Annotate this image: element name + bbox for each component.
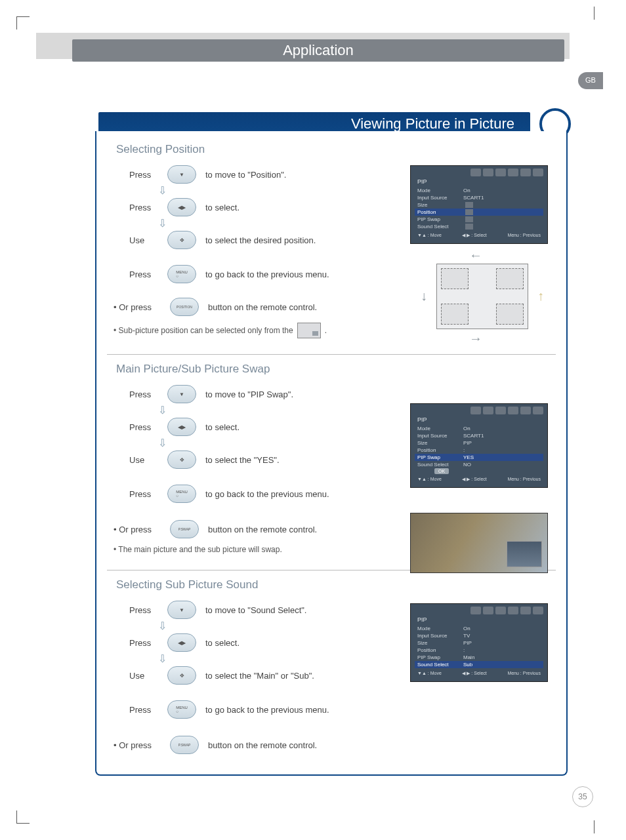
remote-nav-leftright-icon: ◀▶ — [167, 418, 196, 436]
osd-screenshot: PIP ModeOn Input SourceSCART1 SizePIP Po… — [410, 403, 548, 488]
osd-key: Sound Select — [417, 462, 463, 468]
remote-menu-button-icon: MENU○ — [167, 265, 196, 283]
page-number: 35 — [572, 786, 593, 807]
osd-key: Size — [417, 440, 463, 446]
step-text: button on the remote control. — [208, 302, 317, 312]
step-text: to move to "PIP Swap". — [205, 390, 293, 399]
osd-key: Input Source — [417, 195, 463, 201]
osd-footer-hint: ◀ ▶ : Select — [462, 477, 486, 482]
step-text: to select. — [205, 638, 240, 648]
osd-key: Position — [417, 447, 463, 453]
osd-footer-hint: Menu : Previous — [507, 671, 541, 676]
step-verb: Press — [129, 489, 167, 499]
osd-footer-hint: ▼▲ : Move — [417, 233, 442, 238]
step-text: button on the remote control. — [208, 740, 317, 750]
step-text: to go back to the previous menu. — [205, 489, 329, 499]
step-verb: Press — [129, 170, 167, 180]
page-header: Application — [72, 39, 564, 62]
osd-footer-hint: ◀ ▶ : Select — [462, 671, 486, 676]
osd-val: TV — [463, 633, 470, 639]
osd-key: Mode — [417, 188, 463, 193]
osd-footer-hint: ◀ ▶ : Select — [462, 233, 486, 238]
content-container: Selecting Position PIP ModeOn Input Sour… — [95, 131, 568, 776]
osd-footer-hint: Menu : Previous — [507, 233, 541, 238]
step-verb: Use — [129, 455, 167, 465]
osd-val: On — [463, 626, 470, 631]
remote-nav-quad-icon: ✥ — [167, 231, 196, 249]
remote-nav-down-icon: ▼ — [167, 385, 196, 403]
osd-key: Input Source — [417, 633, 463, 639]
or-press-label: • Or press — [114, 740, 170, 750]
osd-val: : — [463, 447, 465, 453]
step-text: to select. — [205, 422, 240, 432]
or-press-label: • Or press — [114, 525, 170, 534]
arrow-down-icon: ↓ — [421, 289, 427, 304]
step-verb: Press — [129, 390, 167, 399]
remote-pswap-button-icon: P.SWAP — [170, 520, 199, 538]
osd-val: SCART1 — [463, 433, 484, 439]
osd-val: NO — [463, 462, 471, 468]
osd-ok-button: OK — [434, 468, 449, 474]
step-text: to go back to the previous menu. — [205, 705, 329, 715]
section-heading: Selecting Sub Picture Sound — [116, 578, 553, 591]
note-text: . — [325, 326, 327, 335]
remote-menu-button-icon: MENU○ — [167, 485, 196, 503]
step-text: to select the "Main" or "Sub". — [205, 671, 314, 681]
or-press-label: • Or press — [114, 302, 170, 312]
step-verb: Use — [129, 235, 167, 245]
arrow-left-icon: ← — [469, 248, 482, 263]
step-text: to move to "Position". — [205, 170, 286, 180]
remote-nav-down-icon: ▼ — [167, 601, 196, 619]
remote-nav-leftright-icon: ◀▶ — [167, 198, 196, 216]
osd-val: Sub — [463, 662, 472, 668]
osd-val: On — [463, 188, 470, 193]
note-text: • Sub-picture position can be selected o… — [114, 326, 293, 335]
step-verb: Press — [129, 705, 167, 715]
step-text: to select the desired position. — [205, 235, 316, 245]
remote-nav-quad-icon: ✥ — [167, 450, 196, 469]
section-heading: Main Picture/Sub Picture Swap — [116, 363, 553, 376]
osd-title: PIP — [415, 416, 543, 423]
remote-position-button-icon: POSITION — [170, 298, 199, 316]
remote-nav-down-icon: ▼ — [167, 165, 196, 184]
osd-footer-hint: ▼▲ : Move — [417, 671, 442, 676]
osd-title: PIP — [415, 178, 543, 185]
osd-key: Mode — [417, 626, 463, 631]
osd-val: PIP — [463, 440, 472, 446]
arrow-right-icon: → — [469, 331, 482, 346]
step-verb: Use — [129, 671, 167, 681]
osd-title: PIP — [415, 616, 543, 623]
osd-key: Sound Select — [417, 224, 463, 230]
osd-key: Size — [417, 202, 463, 208]
osd-key: PIP Swap — [417, 454, 463, 460]
pip-swap-example-image — [410, 513, 548, 573]
osd-footer-hint: ▼▲ : Move — [417, 477, 442, 482]
osd-key: Input Source — [417, 433, 463, 439]
osd-key: Position — [417, 647, 463, 653]
step-verb: Press — [129, 422, 167, 432]
section-heading: Selecting Position — [116, 143, 553, 156]
osd-val: : — [463, 647, 465, 653]
step-text: to move to "Sound Select". — [205, 605, 306, 615]
osd-key: Sound Select — [417, 662, 463, 668]
osd-key: Size — [417, 640, 463, 646]
remote-nav-leftright-icon: ◀▶ — [167, 633, 196, 652]
osd-key: PIP Swap — [417, 216, 463, 222]
osd-val: On — [463, 426, 470, 431]
step-text: to select. — [205, 203, 240, 212]
remote-pswap-button-icon: P.SWAP — [170, 736, 199, 754]
step-text: button on the remote control. — [208, 525, 317, 534]
osd-val: YES — [463, 454, 474, 460]
osd-val: SCART1 — [463, 195, 484, 201]
arrow-up-icon: ↑ — [537, 289, 544, 304]
osd-val: Main — [463, 654, 474, 660]
language-badge: GB — [578, 72, 603, 89]
note-text: • The main picture and the sub picture w… — [114, 545, 282, 554]
osd-footer-hint: Menu : Previous — [507, 477, 541, 482]
osd-val: PIP — [463, 640, 472, 646]
osd-key: PIP Swap — [417, 654, 463, 660]
osd-key: Position — [417, 209, 463, 215]
osd-screenshot: PIP ModeOn Input SourceSCART1 Size Posit… — [410, 165, 548, 244]
pip-size-icon — [297, 323, 321, 338]
step-text: to select the "YES". — [205, 455, 280, 465]
